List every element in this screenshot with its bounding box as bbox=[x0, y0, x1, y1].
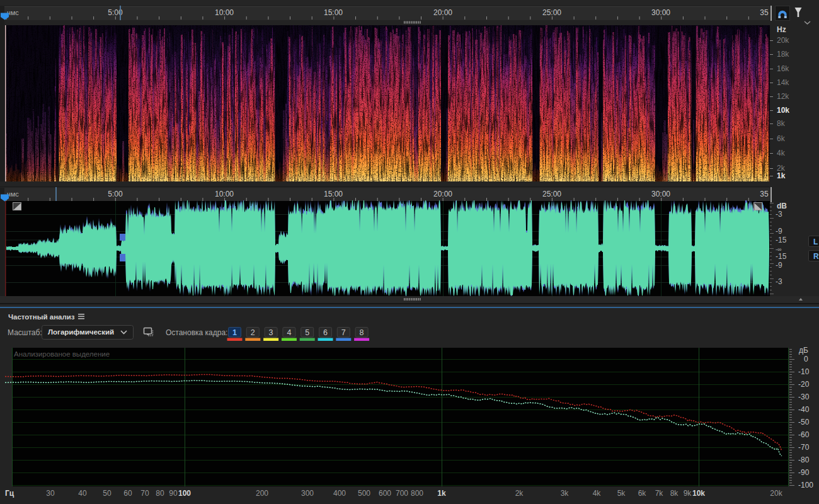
svg-text:-15: -15 bbox=[776, 252, 787, 261]
svg-text:3: 3 bbox=[269, 328, 273, 337]
svg-text:-90: -90 bbox=[798, 468, 810, 477]
svg-text:6k: 6k bbox=[638, 489, 647, 498]
svg-text:-30: -30 bbox=[798, 392, 810, 401]
svg-text:14k: 14k bbox=[777, 78, 789, 87]
svg-text:4k: 4k bbox=[593, 489, 602, 498]
svg-text:-20: -20 bbox=[798, 380, 810, 389]
svg-text:7k: 7k bbox=[655, 489, 664, 498]
svg-text:6k: 6k bbox=[777, 134, 786, 143]
svg-text:25:00: 25:00 bbox=[542, 8, 561, 17]
svg-text:15:00: 15:00 bbox=[324, 190, 343, 198]
svg-text:10:00: 10:00 bbox=[215, 8, 234, 17]
svg-text:5:00: 5:00 bbox=[108, 190, 123, 198]
svg-text:15:00: 15:00 bbox=[324, 8, 343, 17]
svg-text:dB: dB bbox=[777, 202, 787, 210]
svg-text:-3: -3 bbox=[776, 210, 782, 219]
svg-text:20k: 20k bbox=[777, 36, 789, 45]
svg-text:3k: 3k bbox=[561, 489, 570, 498]
svg-text:10k: 10k bbox=[692, 489, 705, 498]
svg-text:4k: 4k bbox=[777, 149, 786, 158]
svg-text:30:00: 30:00 bbox=[651, 8, 670, 17]
svg-text:10:00: 10:00 bbox=[215, 190, 234, 198]
svg-text:1k: 1k bbox=[777, 171, 786, 180]
svg-text:-∞: -∞ bbox=[776, 246, 781, 253]
svg-text:2k: 2k bbox=[515, 489, 524, 498]
svg-text:1: 1 bbox=[232, 328, 237, 337]
svg-text:60: 60 bbox=[123, 489, 132, 498]
svg-text:200: 200 bbox=[256, 489, 268, 498]
svg-text:5: 5 bbox=[305, 328, 309, 337]
svg-text:-80: -80 bbox=[798, 455, 810, 464]
svg-text:Гц: Гц bbox=[5, 489, 14, 498]
svg-text:L: L bbox=[813, 238, 818, 246]
svg-text:16k: 16k bbox=[777, 64, 789, 73]
svg-text:8k: 8k bbox=[777, 119, 786, 128]
svg-text:Анализированое выделение: Анализированое выделение bbox=[14, 350, 110, 358]
svg-text:70: 70 bbox=[140, 489, 149, 498]
svg-text:8: 8 bbox=[360, 328, 364, 337]
svg-text:-100: -100 bbox=[798, 481, 813, 490]
svg-text:800: 800 bbox=[411, 489, 423, 498]
svg-text:10k: 10k bbox=[777, 106, 789, 115]
svg-text:30: 30 bbox=[46, 489, 55, 498]
svg-text:-50: -50 bbox=[798, 418, 810, 427]
svg-text:40: 40 bbox=[78, 489, 87, 498]
svg-text:600: 600 bbox=[379, 489, 391, 498]
svg-text:-60: -60 bbox=[798, 430, 810, 439]
svg-text:-3: -3 bbox=[776, 277, 782, 286]
svg-text:35: 35 bbox=[760, 8, 769, 17]
svg-text:35: 35 bbox=[760, 190, 769, 198]
svg-text:700: 700 bbox=[396, 489, 408, 498]
svg-text:R: R bbox=[813, 252, 819, 261]
svg-text:Частотный анализ: Частотный анализ bbox=[8, 313, 75, 321]
svg-text:4: 4 bbox=[287, 328, 291, 337]
svg-text:7: 7 bbox=[341, 328, 346, 337]
svg-text:-9: -9 bbox=[776, 261, 782, 270]
svg-text:300: 300 bbox=[301, 489, 314, 498]
svg-text:20k: 20k bbox=[770, 489, 782, 498]
svg-text:Остановка кадра:: Остановка кадра: bbox=[166, 328, 227, 337]
svg-text:Hz: Hz bbox=[777, 25, 786, 34]
svg-text:25:00: 25:00 bbox=[542, 190, 561, 198]
svg-text:2: 2 bbox=[251, 328, 255, 337]
svg-text:-15: -15 bbox=[776, 236, 787, 244]
svg-text:6: 6 bbox=[323, 328, 328, 337]
svg-text:9k: 9k bbox=[684, 489, 692, 498]
svg-text:20:00: 20:00 bbox=[433, 8, 452, 17]
svg-text:20:00: 20:00 bbox=[433, 190, 452, 198]
svg-text:0: 0 bbox=[804, 355, 808, 364]
svg-text:30:00: 30:00 bbox=[651, 190, 670, 198]
svg-text:дБ: дБ bbox=[799, 346, 808, 355]
svg-text:Масштаб:: Масштаб: bbox=[8, 328, 42, 337]
svg-text:80: 80 bbox=[156, 489, 164, 498]
svg-text:50: 50 bbox=[103, 489, 112, 498]
svg-text:1k: 1k bbox=[437, 489, 446, 498]
svg-text:-9: -9 bbox=[776, 227, 782, 236]
svg-text:-10: -10 bbox=[798, 367, 810, 376]
svg-text:-40: -40 bbox=[798, 405, 810, 414]
svg-text:8k: 8k bbox=[670, 489, 679, 498]
svg-text:90: 90 bbox=[169, 489, 178, 498]
svg-text:-70: -70 bbox=[798, 443, 810, 452]
svg-text:400: 400 bbox=[333, 489, 346, 498]
svg-text:100: 100 bbox=[178, 489, 191, 498]
svg-text:500: 500 bbox=[358, 489, 370, 498]
svg-text:5k: 5k bbox=[617, 489, 626, 498]
svg-text:12k: 12k bbox=[777, 92, 789, 101]
svg-text:18k: 18k bbox=[777, 50, 789, 59]
svg-text:Логарифмический: Логарифмический bbox=[48, 328, 114, 336]
